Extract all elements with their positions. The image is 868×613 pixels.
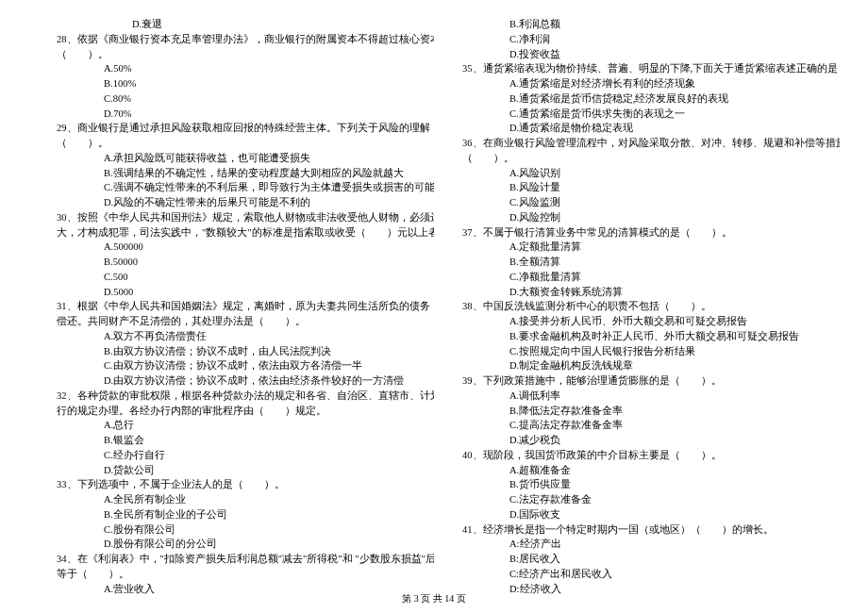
q29-option-b: B.强调结果的不确定性，结果的变动程度越大则相应的风险就越大 [57, 166, 434, 181]
q28-option-d: D.70% [57, 107, 434, 122]
q35-option-c: C.通货紧缩是货币供求失衡的表现之一 [462, 107, 840, 122]
q39-option-d: D.减少税负 [462, 433, 840, 448]
q33-option-b: B.全民所有制企业的子公司 [57, 507, 434, 522]
q32-option-c: C.经办行自行 [57, 448, 434, 463]
page-footer: 第 3 页 共 14 页 [0, 592, 868, 605]
q40-option-b: B.货币供应量 [462, 477, 840, 492]
q33-option-a: A.全民所有制企业 [57, 492, 434, 507]
q32-stem-2: 行的规定办理。各经办行内部的审批程序由（ ）规定。 [57, 404, 434, 419]
q35-option-d: D.通货紧缩是物价稳定表现 [462, 121, 840, 136]
q33-stem-1: 33、下列选项中，不属于企业法人的是（ ）。 [57, 477, 434, 492]
q35-option-b: B.通货紧缩是货币信贷稳定,经济发展良好的表现 [462, 91, 840, 107]
q36-option-a: A.风险识别 [462, 166, 840, 181]
q31-option-b: B.由双方协议清偿；协议不成时，由人民法院判决 [57, 344, 434, 359]
q40-stem-1: 40、现阶段，我国货币政策的中介目标主要是（ ）。 [462, 448, 840, 463]
q31-option-c: C.由双方协议清偿；协议不成时，依法由双方各清偿一半 [57, 358, 434, 373]
q37-option-a: A.定额批量清算 [462, 240, 840, 255]
q40-option-d: D.国际收支 [462, 507, 840, 522]
q28-option-a: A.50% [57, 61, 434, 76]
q32-option-d: D.贷款公司 [57, 463, 434, 478]
q40-option-c: C.法定存款准备金 [462, 492, 840, 507]
q41-option-b: B:居民收入 [462, 552, 840, 567]
q28-option-c: C.80% [57, 91, 434, 107]
q31-option-d: D.由双方协议清偿；协议不成时，依法由经济条件较好的一方清偿 [57, 373, 434, 389]
q39-option-a: A.调低利率 [462, 389, 840, 404]
q41-stem-1: 41、经济增长是指一个特定时期内一国（或地区）（ ）的增长。 [462, 522, 840, 538]
q29-option-a: A.承担风险既可能获得收益，也可能遭受损失 [57, 151, 434, 166]
q39-stem-1: 39、下列政策措施中，能够治理通货膨胀的是（ ）。 [462, 373, 840, 389]
q36-option-b: B.风险计量 [462, 180, 840, 195]
q33-option-c: C.股份有限公司 [57, 522, 434, 538]
q32-stem-1: 32、各种贷款的审批权限，根据各种贷款办法的规定和各省、自治区、直辖市、计划单列… [57, 389, 434, 404]
q28-stem-1: 28、依据《商业银行资本充足率管理办法》，商业银行的附属资本不得超过核心资本的 [57, 32, 434, 47]
q29-option-d: D.风险的不确定性带来的后果只可能是不利的 [57, 195, 434, 210]
q29-option-c: C.强调不确定性带来的不利后果，即导致行为主体遭受损失或损害的可能性 [57, 180, 434, 195]
q31-option-a: A.双方不再负清偿责任 [57, 329, 434, 344]
q28-option-b: B.100% [57, 76, 434, 91]
q30-option-b: B.50000 [57, 255, 434, 270]
q36-stem-1: 36、在商业银行风险管理流程中，对风险采取分散、对冲、转移、规避和补偿等措施，属… [462, 136, 840, 151]
q38-option-b: B.要求金融机构及时补正人民币、外币大额交易和可疑交易报告 [462, 329, 840, 344]
q28-stem-2: （ ）。 [57, 47, 434, 62]
q37-stem-1: 37、不属于银行清算业务中常见的清算模式的是（ ）。 [462, 225, 840, 240]
q30-option-d: D.5000 [57, 285, 434, 300]
q29-stem-2: （ ）。 [57, 136, 434, 151]
q36-option-c: C.风险监测 [462, 195, 840, 210]
q41-option-a: A:经济产出 [462, 537, 840, 552]
q38-option-d: D.制定金融机构反洗钱规章 [462, 358, 840, 373]
q32-option-b: B.银监会 [57, 433, 434, 448]
q29-stem-1: 29、商业银行是通过承担风险获取相应回报的特殊经营主体。下列关于风险的理解，错误… [57, 121, 434, 136]
q30-option-c: C.500 [57, 270, 434, 285]
q39-option-b: B.降低法定存款准备金率 [462, 404, 840, 419]
q30-stem-2: 大，才构成犯罪，司法实践中，"数额较大"的标准是指索取或收受（ ）元以上者。 [57, 225, 434, 240]
q34-option-c: C.净利润 [462, 32, 840, 47]
q34-option-b: B.利润总额 [462, 17, 840, 32]
q31-stem-2: 偿还。共同财产不足清偿的，其处理办法是（ ）。 [57, 314, 434, 329]
right-column: B.利润总额 C.净利润 D.投资收益 35、通货紧缩表现为物价持续、普遍、明显… [462, 17, 840, 596]
q39-option-c: C.提高法定存款准备金率 [462, 418, 840, 433]
q36-stem-2: （ ）。 [462, 151, 840, 166]
two-column-layout: D.衰退 28、依据《商业银行资本充足率管理办法》，商业银行的附属资本不得超过核… [57, 17, 811, 596]
q35-option-a: A.通货紧缩是对经济增长有利的经济现象 [462, 76, 840, 91]
q31-stem-1: 31、根据《中华人民共和国婚姻法》规定，离婚时，原为夫妻共同生活所负的债务，应当… [57, 299, 434, 314]
q33-option-d: D.股份有限公司的分公司 [57, 537, 434, 552]
q30-stem-1: 30、按照《中华人民共和国刑法》规定，索取他人财物或非法收受他人财物，必须达到数… [57, 210, 434, 225]
prev-question-option-d: D.衰退 [57, 17, 434, 32]
q38-option-c: C.按照规定向中国人民银行报告分析结果 [462, 344, 840, 359]
q37-option-d: D.大额资金转账系统清算 [462, 285, 840, 300]
q41-option-c: C:经济产出和居民收入 [462, 567, 840, 582]
q36-option-d: D.风险控制 [462, 210, 840, 225]
left-column: D.衰退 28、依据《商业银行资本充足率管理办法》，商业银行的附属资本不得超过核… [57, 17, 434, 596]
q32-option-a: A.总行 [57, 418, 434, 433]
q38-stem-1: 38、中国反洗钱监测分析中心的职责不包括（ ）。 [462, 299, 840, 314]
q40-option-a: A.超额准备金 [462, 463, 840, 478]
q37-option-c: C.净额批量清算 [462, 270, 840, 285]
q38-option-a: A.接受并分析人民币、外币大额交易和可疑交易报告 [462, 314, 840, 329]
q34-stem-2: 等于（ ）。 [57, 567, 434, 582]
q34-stem-1: 34、在《利润表》中，"扣除资产损失后利润总额"减去"所得税"和 "少数股东损益… [57, 552, 434, 567]
q30-option-a: A.500000 [57, 240, 434, 255]
q34-option-d: D.投资收益 [462, 47, 840, 62]
q35-stem-1: 35、通货紧缩表现为物价持续、普遍、明显的下降,下面关于通货紧缩表述正确的是（ … [462, 61, 840, 76]
q37-option-b: B.全额清算 [462, 255, 840, 270]
